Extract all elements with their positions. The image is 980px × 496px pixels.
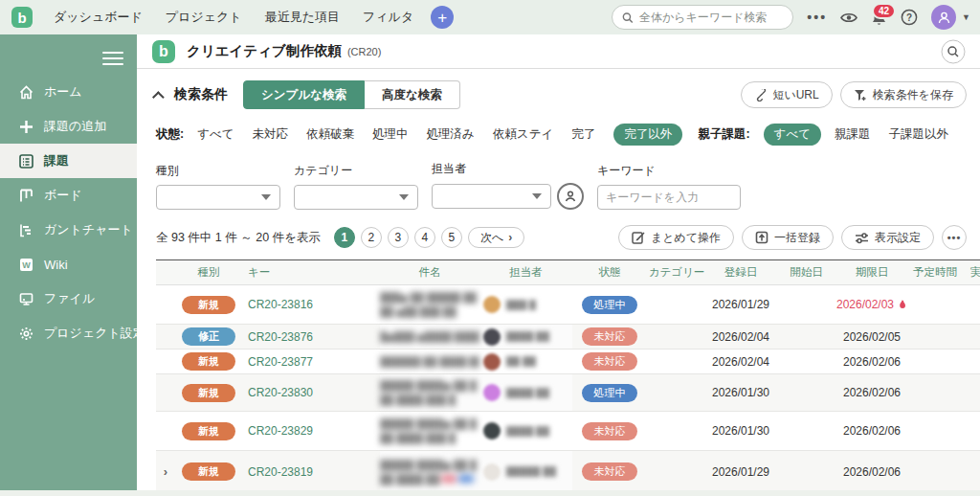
status-option-0[interactable]: すべて [197, 126, 234, 143]
column-header-9[interactable]: 予定時間 [906, 265, 964, 280]
column-header-5[interactable]: カテゴリー [647, 265, 706, 280]
global-add-button[interactable]: + [431, 6, 454, 29]
collapse-search-chevron-icon[interactable] [152, 91, 165, 103]
page-button-3[interactable]: 3 [388, 227, 409, 248]
page-button-4[interactable]: 4 [414, 227, 435, 248]
column-header-8[interactable]: 期限日 [837, 265, 906, 280]
issue-key-link[interactable]: CR20-23876 [242, 330, 380, 344]
short-url-button[interactable]: 短いURL [741, 81, 832, 108]
column-header-2[interactable]: 件名 [380, 265, 479, 280]
assignee-cell[interactable]: ███ █ [479, 285, 572, 324]
nav-filters[interactable]: フィルタ [363, 9, 413, 26]
parent-option-0[interactable]: すべて [764, 124, 821, 146]
column-header-0[interactable]: 種別 [175, 265, 242, 280]
sidebar-collapse-icon[interactable] [102, 48, 123, 69]
notifications-bell-icon[interactable]: 42 [871, 10, 887, 26]
global-search-input[interactable] [639, 11, 783, 24]
issue-key-link[interactable]: CR20-23819 [242, 465, 380, 479]
sidebar-item-6[interactable]: ファイル [0, 282, 137, 316]
help-icon[interactable]: ? [901, 9, 918, 26]
issue-title-masked[interactable]: █████ ████▆ ██ ███ ████ ██ [380, 451, 479, 490]
issue-title-masked[interactable]: ███▆ ██ █████ ████ ▆██ ███ ██ [380, 285, 479, 324]
assignee-cell[interactable]: ██ ██ [479, 349, 572, 373]
issue-row-CR20-23816[interactable]: 新規CR20-23816███▆ ██ █████ ████ ▆██ ███ █… [156, 285, 980, 325]
column-header-6[interactable]: 登録日 [706, 265, 775, 280]
assignee-cell[interactable]: ████ ██ [479, 325, 572, 349]
status-option-3[interactable]: 処理中 [372, 126, 409, 143]
parent-option-1[interactable]: 親課題 [835, 126, 871, 143]
sidebar-item-0[interactable]: ホーム [0, 75, 137, 109]
nav-projects[interactable]: プロジェクト [166, 9, 242, 26]
nav-recent-items[interactable]: 最近見た項目 [265, 9, 340, 26]
issue-key-link[interactable]: CR20-23829 [242, 424, 380, 438]
issue-title-masked[interactable]: ██████ ██ ████ ███ [380, 349, 479, 373]
parent-option-2[interactable]: 子課題以外 [889, 126, 949, 143]
status-badge[interactable]: 未対応 [582, 462, 637, 481]
pagination: 12345次へ› [334, 227, 524, 248]
column-header-4[interactable]: 状態 [572, 265, 647, 280]
sidebar-item-7[interactable]: プロジェクト設定 [0, 316, 137, 350]
more-menu-icon[interactable]: ••• [807, 10, 827, 25]
issue-row-CR20-23819[interactable]: ›新規CR20-23819█████ ████▆ ██ ███ ████ ███… [156, 451, 980, 490]
column-header-3[interactable]: 担当者 [479, 265, 572, 280]
watch-eye-icon[interactable] [840, 11, 858, 24]
status-badge[interactable]: 処理中 [582, 296, 637, 314]
issue-row-CR20-23877[interactable]: 新規CR20-23877██████ ██ ████ █████ ██未対応20… [156, 349, 980, 374]
chevron-down-icon[interactable]: ▼ [962, 12, 970, 22]
issue-row-CR20-23876[interactable]: 修正CR20-23876█▆███ ▆████ ████ ███████ ██未… [156, 325, 980, 349]
bulk-register-button[interactable]: 一括登録 [742, 225, 834, 250]
expand-row-icon[interactable]: › [156, 464, 175, 479]
status-option-1[interactable]: 未対応 [253, 126, 289, 143]
sidebar-item-1[interactable]: 課題の追加 [0, 109, 137, 144]
tab-simple-search[interactable]: シンプルな検索 [243, 80, 365, 109]
next-page-button[interactable]: 次へ› [468, 227, 524, 248]
issue-row-CR20-23830[interactable]: 新規CR20-23830█████ ████▆ ██ ███ ████ ███ … [156, 374, 980, 412]
issue-row-CR20-23829[interactable]: 新規CR20-23829█████ ████▆ ██ ███ ████ ███ … [156, 412, 980, 451]
sidebar-item-4[interactable]: ガントチャート [0, 213, 137, 247]
assignee-filter-select[interactable] [432, 184, 551, 209]
assign-to-me-icon[interactable] [557, 183, 584, 210]
issue-title-masked[interactable]: █▆███ ▆████ ████ ███ [380, 325, 479, 349]
backlog-logo-icon[interactable]: b [11, 7, 33, 28]
status-option-7[interactable]: 完了以外 [613, 124, 682, 146]
display-settings-button[interactable]: 表示設定 [841, 225, 934, 250]
status-option-6[interactable]: 完了 [571, 126, 595, 143]
page-button-2[interactable]: 2 [361, 227, 382, 248]
issue-search-icon[interactable] [940, 38, 967, 65]
status-option-4[interactable]: 処理済み [427, 126, 475, 143]
category-filter-select[interactable] [294, 185, 418, 210]
issue-key-link[interactable]: CR20-23816 [242, 298, 380, 311]
page-button-1[interactable]: 1 [334, 227, 355, 248]
issue-key-link[interactable]: CR20-23877 [242, 355, 380, 369]
column-header-7[interactable]: 開始日 [775, 265, 837, 280]
user-avatar[interactable] [931, 5, 956, 30]
global-search[interactable] [612, 5, 793, 30]
issue-key-link[interactable]: CR20-23830 [242, 386, 380, 399]
bulk-operation-button[interactable]: まとめて操作 [618, 225, 734, 250]
issue-title-masked[interactable]: █████ ████▆ ██ ███ ████ ███ █ [380, 374, 479, 411]
tab-advanced-search[interactable]: 高度な検索 [365, 80, 460, 109]
column-header-1[interactable]: キー [242, 265, 380, 280]
status-badge[interactable]: 処理中 [582, 384, 637, 402]
assignee-avatar [483, 296, 501, 313]
status-badge[interactable]: 未対応 [582, 352, 637, 371]
sidebar-item-2[interactable]: 課題 [0, 144, 137, 178]
column-header-10[interactable]: 実績時間 [964, 265, 980, 280]
assignee-cell[interactable]: ████ ██ [479, 374, 572, 411]
more-actions-button[interactable]: ••• [942, 225, 967, 250]
type-filter-select[interactable] [156, 185, 280, 210]
status-option-5[interactable]: 依頼ステイ [493, 126, 553, 143]
status-badge[interactable]: 未対応 [582, 422, 637, 440]
sidebar-item-5[interactable]: WWiki [0, 247, 137, 282]
issue-type-badge: 新規 [182, 384, 235, 402]
nav-dashboard[interactable]: ダッシュボード [54, 9, 143, 26]
page-button-5[interactable]: 5 [441, 227, 462, 248]
keyword-input[interactable] [597, 185, 741, 210]
save-search-conditions-button[interactable]: 検索条件を保存 [840, 81, 967, 108]
issue-title-masked[interactable]: █████ ████▆ ██ ███ ████ ███ █ [380, 412, 479, 450]
assignee-cell[interactable]: █████ ██ [479, 451, 572, 490]
status-option-2[interactable]: 依頼破棄 [306, 126, 354, 143]
status-badge[interactable]: 未対応 [582, 327, 637, 346]
sidebar-item-3[interactable]: ボード [0, 178, 137, 213]
assignee-cell[interactable]: ████ ██ [479, 412, 572, 450]
